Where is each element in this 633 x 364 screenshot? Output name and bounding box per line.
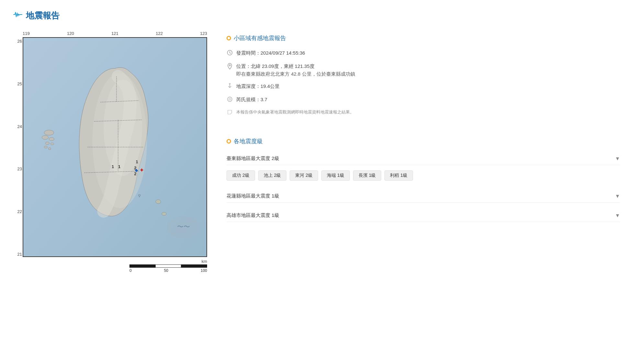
svg-point-29 [230,99,230,100]
intensity-orange-dot [227,139,231,144]
tag-chenggong: 成功 2級 [227,170,255,181]
time-text: 發震時間：2024/09/27 14:55:36 [236,49,620,57]
note-row: 本報告係中央氣象署地震觀測網即時地震資料地震速報之結果。 [227,109,620,117]
location-icon [227,63,233,72]
kaohsiung-header[interactable]: 高雄市地區最大震度 1級 ▼ [227,209,620,222]
y-label-26: 26 [13,39,22,44]
magnitude-text: 芮氏規模：3.7 [236,96,620,103]
tag-lidao: 利稻 1級 [384,170,413,181]
y-label-25: 25 [13,81,22,86]
page-title: 地震報告 [26,10,60,21]
intensity-section-title: 各地震度級 [227,137,620,145]
hualien-header[interactable]: 花蓮縣地區最大震度 1級 ▼ [227,190,620,203]
svg-point-12 [42,135,49,139]
time-row: 發震時間：2024/09/27 14:55:36 [227,49,620,58]
report-section-title: 小區域有感地震報告 [227,34,620,42]
clock-icon [227,50,233,58]
intensity-marker-2b: 2 [134,171,137,176]
tag-donghe: 東河 2級 [290,170,318,181]
hualien-chevron: ▼ [615,193,620,199]
kaohsiung-name: 高雄市地區最大震度 1級 [227,212,279,219]
x-label-122: 122 [156,31,163,36]
intensity-marker-1c: 1 [112,164,114,169]
scale-0: 0 [129,268,132,273]
svg-line-24 [230,53,231,54]
x-label-123: 123 [200,31,207,36]
map-frame: 〜〜 1 1 1 2 2 [23,37,207,257]
taitung-tags: 成功 2級 池上 2級 東河 2級 海端 1級 長濱 1級 利稻 1級 [227,165,620,183]
svg-text:〜〜: 〜〜 [177,223,190,230]
svg-point-15 [50,143,54,145]
location-sub: 即在臺東縣政府北北東方 42.8 公里，位於臺東縣成功鎮 [236,70,620,78]
x-label-120: 120 [67,31,74,36]
svg-point-13 [49,137,54,141]
magnitude-icon [227,96,233,104]
tag-chishang: 池上 2級 [258,170,287,181]
scale-50: 50 [164,268,168,273]
y-label-23: 23 [13,166,22,171]
location-row: 位置：北緯 23.09度，東經 121.35度 即在臺東縣政府北北東方 42.8… [227,62,620,78]
location-text: 位置：北緯 23.09度，東經 121.35度 即在臺東縣政府北北東方 42.8… [236,62,620,78]
scale-bar-label: km [202,259,207,264]
taiwan-map-svg: 〜〜 1 1 1 2 2 [23,38,206,256]
intensity-region-kaohsiung: 高雄市地區最大震度 1級 ▼ [227,209,620,222]
taitung-name: 臺東縣地區最大震度 2級 [227,155,279,162]
intensity-region-taitung: 臺東縣地區最大震度 2級 ▼ 成功 2級 池上 2級 東河 2級 海端 1級 長… [227,152,620,183]
y-label-24: 24 [13,124,22,129]
south-marker: ▽ [138,194,141,198]
magnitude-row: 芮氏規模：3.7 [227,96,620,104]
depth-row: 地震深度：19.4公里 [227,82,620,91]
svg-point-16 [44,146,48,148]
page-header: 地震報告 [13,10,620,21]
scale-bar-dark [129,264,155,268]
info-panel: 小區域有感地震報告 發震時間：2024/09/27 14:55:36 [227,31,620,229]
svg-point-17 [48,148,51,150]
scale-100: 100 [201,268,207,273]
y-label-22: 22 [13,209,22,214]
scale-bar: km 0 50 100 [23,259,207,273]
note-text: 本報告係中央氣象署地震觀測網即時地震資料地震速報之結果。 [236,109,620,116]
svg-point-14 [46,142,50,145]
taitung-chevron: ▼ [615,156,620,162]
depth-icon [227,83,233,91]
epicenter-marker: ✦ [139,167,144,173]
location-main: 位置：北緯 23.09度，東經 121.35度 [236,62,620,70]
kaohsiung-chevron: ▼ [615,213,620,219]
map-container: 119 120 121 122 123 26 25 24 23 22 21 [13,31,207,273]
map-axis-top: 119 120 121 122 123 [13,31,207,37]
map-axis-left: 26 25 24 23 22 21 [13,39,22,257]
orange-dot [227,36,231,40]
scale-bar-numbers: 0 50 100 [129,268,207,273]
seismic-icon [13,10,23,21]
intensity-section: 各地震度級 臺東縣地區最大震度 2級 ▼ 成功 2級 池上 2級 東河 2級 海… [227,137,620,222]
hualien-name: 花蓮縣地區最大震度 1級 [227,193,279,199]
svg-point-11 [44,130,54,135]
intensity-region-hualien: 花蓮縣地區最大震度 1級 ▼ [227,190,620,203]
note-icon [227,110,233,117]
scale-bar-dark2 [181,264,207,268]
tag-haiduan: 海端 1級 [321,170,350,181]
x-label-119: 119 [23,31,30,36]
scale-bar-graphic [129,264,207,268]
info-rows: 發震時間：2024/09/27 14:55:36 位置：北緯 23.09度，東經… [227,49,620,117]
svg-point-25 [229,65,230,66]
svg-point-19 [162,212,166,216]
map-wrapper: 119 120 121 122 123 26 25 24 23 22 21 [13,31,207,273]
tag-changbin: 長濱 1級 [353,170,382,181]
svg-point-18 [156,200,161,204]
main-content: 119 120 121 122 123 26 25 24 23 22 21 [13,31,620,273]
taitung-header[interactable]: 臺東縣地區最大震度 2級 ▼ [227,152,620,165]
intensity-title-text: 各地震度級 [234,137,263,145]
x-label-121: 121 [111,31,118,36]
report-title-text: 小區域有感地震報告 [234,34,286,42]
y-label-21: 21 [13,252,22,257]
depth-text: 地震深度：19.4公里 [236,82,620,90]
intensity-marker-1b: 1 [118,164,120,169]
scale-bar-light [155,264,181,268]
intensity-marker-1a: 1 [136,159,138,164]
